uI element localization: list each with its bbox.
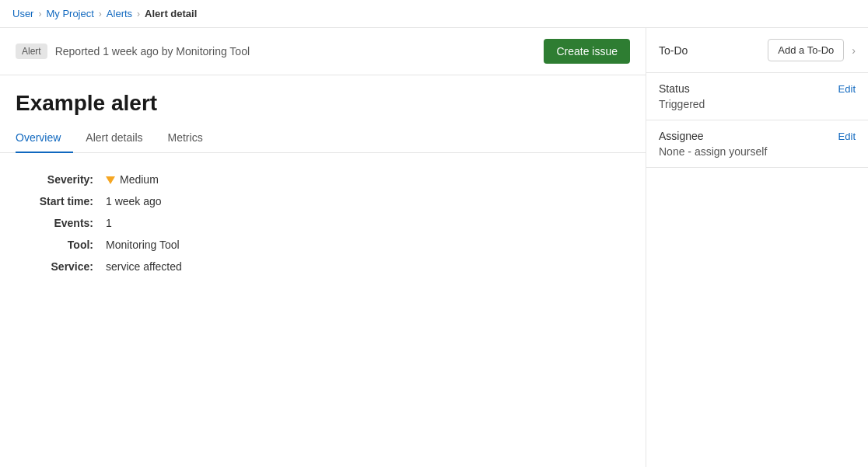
status-value: Triggered [659, 98, 856, 110]
assignee-value: None - assign yourself [659, 145, 856, 158]
alert-badge: Alert [16, 44, 47, 59]
start-time-label: Start time: [16, 195, 93, 207]
todo-label: To-Do [659, 44, 760, 57]
service-label: Service: [16, 260, 93, 273]
detail-row-tool: Tool: Monitoring Tool [16, 234, 630, 256]
breadcrumb-user[interactable]: User [12, 8, 33, 19]
breadcrumb-project[interactable]: My Project [46, 8, 93, 19]
main-layout: Alert Reported 1 week ago by Monitoring … [0, 28, 868, 467]
start-time-value: 1 week ago [106, 195, 162, 207]
assignee-edit-link[interactable]: Edit [838, 131, 856, 142]
severity-icon [106, 176, 115, 184]
breadcrumb-sep-2: › [99, 9, 102, 19]
breadcrumb-current: Alert detail [145, 8, 197, 19]
chevron-right-icon[interactable]: › [852, 44, 856, 57]
tabs-container: Overview Alert details Metrics [0, 124, 646, 153]
tab-metrics[interactable]: Metrics [156, 124, 215, 153]
detail-row-events: Events: 1 [16, 212, 630, 234]
breadcrumb: User › My Project › Alerts › Alert detai… [0, 0, 868, 28]
tool-value: Monitoring Tool [106, 239, 180, 251]
alert-bar: Alert Reported 1 week ago by Monitoring … [0, 28, 646, 75]
breadcrumb-sep-1: › [38, 9, 41, 19]
create-issue-button[interactable]: Create issue [544, 39, 630, 64]
severity-value: Medium [106, 173, 159, 186]
status-title: Status [659, 82, 690, 95]
service-value: service affected [106, 260, 182, 273]
details-table: Severity: Medium Start time: 1 week ago … [0, 153, 646, 293]
alert-bar-left: Alert Reported 1 week ago by Monitoring … [16, 44, 250, 59]
detail-row-severity: Severity: Medium [16, 169, 630, 190]
tool-label: Tool: [16, 239, 93, 251]
status-header: Status Edit [659, 82, 856, 95]
breadcrumb-sep-3: › [137, 9, 140, 19]
alert-title-section: Example alert [0, 75, 646, 124]
assignee-title: Assignee [659, 130, 704, 142]
breadcrumb-alerts[interactable]: Alerts [107, 8, 132, 19]
events-value: 1 [106, 217, 112, 229]
tab-overview[interactable]: Overview [16, 124, 73, 153]
assignee-header: Assignee Edit [659, 130, 856, 142]
todo-section: To-Do Add a To-Do › [646, 28, 868, 73]
detail-row-service: Service: service affected [16, 256, 630, 277]
left-panel: Alert Reported 1 week ago by Monitoring … [0, 28, 646, 467]
status-section: Status Edit Triggered [646, 73, 868, 120]
add-todo-button[interactable]: Add a To-Do [768, 39, 844, 61]
events-label: Events: [16, 217, 93, 229]
severity-label: Severity: [16, 173, 93, 186]
assignee-section: Assignee Edit None - assign yourself [646, 120, 868, 168]
alert-title: Example alert [16, 91, 630, 116]
right-panel: To-Do Add a To-Do › Status Edit Triggere… [646, 28, 868, 467]
tab-alert-details[interactable]: Alert details [73, 124, 155, 153]
detail-row-start-time: Start time: 1 week ago [16, 190, 630, 212]
alert-reported-text: Reported 1 week ago by Monitoring Tool [55, 45, 250, 58]
status-edit-link[interactable]: Edit [838, 83, 856, 95]
